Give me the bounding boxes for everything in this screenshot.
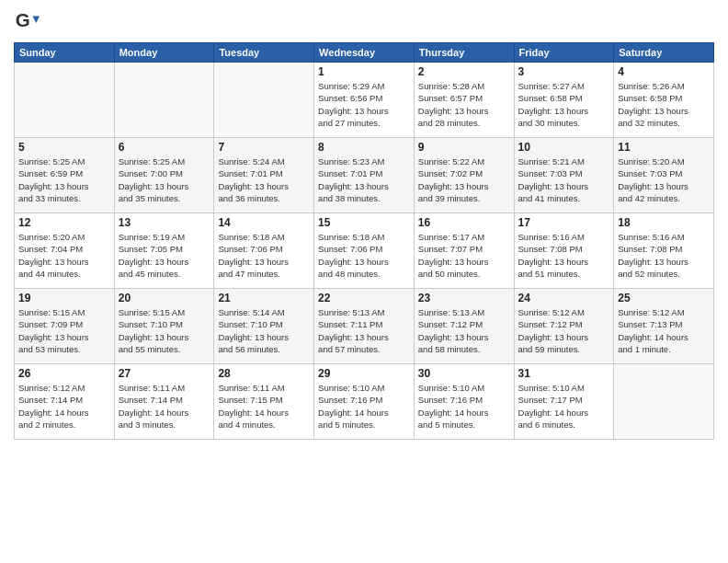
calendar-cell: [15, 63, 115, 138]
day-info: Sunrise: 5:18 AM Sunset: 7:06 PM Dayligh…: [218, 231, 310, 280]
calendar-cell: [614, 364, 714, 440]
day-info: Sunrise: 5:10 AM Sunset: 7:16 PM Dayligh…: [318, 382, 410, 431]
day-info: Sunrise: 5:20 AM Sunset: 7:03 PM Dayligh…: [618, 155, 710, 204]
day-number: 6: [119, 141, 210, 154]
calendar-cell: 9Sunrise: 5:22 AM Sunset: 7:02 PM Daylig…: [414, 138, 514, 213]
day-info: Sunrise: 5:29 AM Sunset: 6:56 PM Dayligh…: [318, 80, 410, 129]
calendar-cell: 28Sunrise: 5:11 AM Sunset: 7:15 PM Dayli…: [214, 364, 314, 440]
calendar-page: G SundayMondayTuesdayWednesdayThursdayFr…: [0, 0, 728, 563]
day-info: Sunrise: 5:26 AM Sunset: 6:58 PM Dayligh…: [618, 80, 710, 129]
calendar-cell: 31Sunrise: 5:10 AM Sunset: 7:17 PM Dayli…: [514, 364, 614, 440]
day-header-thursday: Thursday: [414, 43, 514, 63]
day-number: 10: [518, 141, 610, 154]
calendar-cell: 18Sunrise: 5:16 AM Sunset: 7:08 PM Dayli…: [614, 213, 714, 289]
day-number: 18: [618, 216, 710, 229]
day-number: 13: [119, 216, 210, 229]
calendar-cell: 15Sunrise: 5:18 AM Sunset: 7:06 PM Dayli…: [314, 213, 415, 289]
header: G: [14, 9, 714, 35]
day-info: Sunrise: 5:25 AM Sunset: 7:00 PM Dayligh…: [119, 155, 210, 204]
day-number: 12: [18, 216, 110, 229]
calendar-cell: 24Sunrise: 5:12 AM Sunset: 7:12 PM Dayli…: [514, 289, 614, 364]
day-number: 16: [418, 216, 510, 229]
svg-text:G: G: [16, 9, 30, 30]
calendar-cell: 6Sunrise: 5:25 AM Sunset: 7:00 PM Daylig…: [114, 138, 214, 213]
day-info: Sunrise: 5:11 AM Sunset: 7:15 PM Dayligh…: [218, 382, 310, 431]
day-header-monday: Monday: [114, 43, 214, 63]
day-number: 7: [218, 141, 310, 154]
day-info: Sunrise: 5:22 AM Sunset: 7:02 PM Dayligh…: [418, 155, 510, 204]
day-number: 26: [18, 367, 110, 380]
day-number: 28: [218, 367, 310, 380]
day-number: 29: [318, 367, 410, 380]
calendar-cell: [114, 63, 214, 138]
day-number: 27: [119, 367, 210, 380]
day-number: 15: [318, 216, 410, 229]
day-info: Sunrise: 5:11 AM Sunset: 7:14 PM Dayligh…: [119, 382, 210, 431]
calendar-table: SundayMondayTuesdayWednesdayThursdayFrid…: [14, 42, 714, 440]
calendar-cell: 27Sunrise: 5:11 AM Sunset: 7:14 PM Dayli…: [114, 364, 214, 440]
day-number: 5: [18, 141, 110, 154]
day-info: Sunrise: 5:12 AM Sunset: 7:14 PM Dayligh…: [18, 382, 110, 431]
day-info: Sunrise: 5:28 AM Sunset: 6:57 PM Dayligh…: [418, 80, 510, 129]
day-number: 1: [318, 65, 410, 78]
calendar-cell: 22Sunrise: 5:13 AM Sunset: 7:11 PM Dayli…: [314, 289, 415, 364]
calendar-cell: 4Sunrise: 5:26 AM Sunset: 6:58 PM Daylig…: [614, 63, 714, 138]
day-number: 25: [618, 292, 710, 304]
day-number: 2: [418, 65, 510, 78]
calendar-cell: 2Sunrise: 5:28 AM Sunset: 6:57 PM Daylig…: [414, 63, 514, 138]
calendar-cell: 10Sunrise: 5:21 AM Sunset: 7:03 PM Dayli…: [514, 138, 614, 213]
calendar-cell: 7Sunrise: 5:24 AM Sunset: 7:01 PM Daylig…: [214, 138, 314, 213]
day-header-friday: Friday: [514, 43, 614, 63]
day-info: Sunrise: 5:16 AM Sunset: 7:08 PM Dayligh…: [518, 231, 610, 280]
calendar-cell: 14Sunrise: 5:18 AM Sunset: 7:06 PM Dayli…: [214, 213, 314, 289]
calendar-cell: 30Sunrise: 5:10 AM Sunset: 7:16 PM Dayli…: [414, 364, 514, 440]
logo: G: [14, 9, 40, 35]
day-number: 8: [318, 141, 410, 154]
day-number: 23: [418, 292, 510, 304]
day-info: Sunrise: 5:14 AM Sunset: 7:10 PM Dayligh…: [218, 306, 310, 355]
day-info: Sunrise: 5:24 AM Sunset: 7:01 PM Dayligh…: [218, 155, 310, 204]
calendar-cell: 8Sunrise: 5:23 AM Sunset: 7:01 PM Daylig…: [314, 138, 415, 213]
day-number: 21: [218, 292, 310, 304]
calendar-cell: 20Sunrise: 5:15 AM Sunset: 7:10 PM Dayli…: [114, 289, 214, 364]
day-info: Sunrise: 5:20 AM Sunset: 7:04 PM Dayligh…: [18, 231, 110, 280]
calendar-cell: 23Sunrise: 5:13 AM Sunset: 7:12 PM Dayli…: [414, 289, 514, 364]
day-info: Sunrise: 5:15 AM Sunset: 7:09 PM Dayligh…: [18, 306, 110, 355]
day-number: 31: [518, 367, 610, 380]
calendar-cell: 21Sunrise: 5:14 AM Sunset: 7:10 PM Dayli…: [214, 289, 314, 364]
calendar-cell: 26Sunrise: 5:12 AM Sunset: 7:14 PM Dayli…: [15, 364, 115, 440]
calendar-cell: 16Sunrise: 5:17 AM Sunset: 7:07 PM Dayli…: [414, 213, 514, 289]
calendar-cell: 1Sunrise: 5:29 AM Sunset: 6:56 PM Daylig…: [314, 63, 415, 138]
day-number: 9: [418, 141, 510, 154]
day-number: 14: [218, 216, 310, 229]
day-number: 17: [518, 216, 610, 229]
calendar-cell: 13Sunrise: 5:19 AM Sunset: 7:05 PM Dayli…: [114, 213, 214, 289]
calendar-cell: [214, 63, 314, 138]
calendar-cell: 5Sunrise: 5:25 AM Sunset: 6:59 PM Daylig…: [15, 138, 115, 213]
calendar-cell: 25Sunrise: 5:12 AM Sunset: 7:13 PM Dayli…: [614, 289, 714, 364]
day-header-saturday: Saturday: [614, 43, 714, 63]
svg-marker-1: [33, 16, 40, 22]
day-header-wednesday: Wednesday: [314, 43, 415, 63]
calendar-cell: 11Sunrise: 5:20 AM Sunset: 7:03 PM Dayli…: [614, 138, 714, 213]
day-info: Sunrise: 5:15 AM Sunset: 7:10 PM Dayligh…: [119, 306, 210, 355]
day-info: Sunrise: 5:19 AM Sunset: 7:05 PM Dayligh…: [119, 231, 210, 280]
day-number: 3: [518, 65, 610, 78]
day-number: 24: [518, 292, 610, 304]
day-info: Sunrise: 5:27 AM Sunset: 6:58 PM Dayligh…: [518, 80, 610, 129]
day-info: Sunrise: 5:12 AM Sunset: 7:13 PM Dayligh…: [618, 306, 710, 355]
day-number: 30: [418, 367, 510, 380]
day-info: Sunrise: 5:13 AM Sunset: 7:12 PM Dayligh…: [418, 306, 510, 355]
calendar-cell: 19Sunrise: 5:15 AM Sunset: 7:09 PM Dayli…: [15, 289, 115, 364]
day-number: 19: [18, 292, 110, 304]
day-info: Sunrise: 5:25 AM Sunset: 6:59 PM Dayligh…: [18, 155, 110, 204]
calendar-cell: 3Sunrise: 5:27 AM Sunset: 6:58 PM Daylig…: [514, 63, 614, 138]
day-info: Sunrise: 5:18 AM Sunset: 7:06 PM Dayligh…: [318, 231, 410, 280]
day-info: Sunrise: 5:16 AM Sunset: 7:08 PM Dayligh…: [618, 231, 710, 280]
calendar-cell: 17Sunrise: 5:16 AM Sunset: 7:08 PM Dayli…: [514, 213, 614, 289]
day-number: 11: [618, 141, 710, 154]
calendar-cell: 29Sunrise: 5:10 AM Sunset: 7:16 PM Dayli…: [314, 364, 415, 440]
day-info: Sunrise: 5:12 AM Sunset: 7:12 PM Dayligh…: [518, 306, 610, 355]
day-number: 20: [119, 292, 210, 304]
day-header-tuesday: Tuesday: [214, 43, 314, 63]
